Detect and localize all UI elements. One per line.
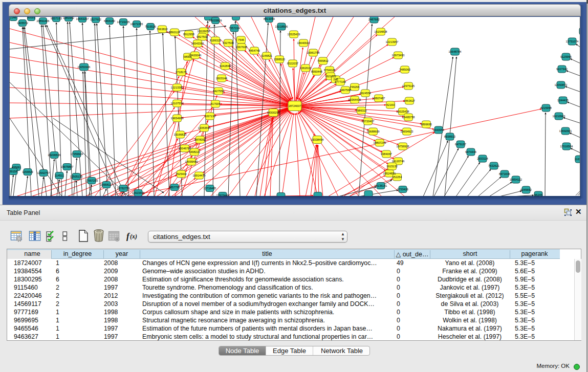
svg-text:9384067: 9384067 bbox=[381, 152, 392, 156]
svg-text:16671355: 16671355 bbox=[130, 23, 143, 26]
svg-text:7485063: 7485063 bbox=[399, 68, 410, 71]
svg-text:15720407: 15720407 bbox=[362, 120, 375, 123]
svg-text:6497568: 6497568 bbox=[340, 89, 351, 92]
svg-text:20206536: 20206536 bbox=[48, 154, 61, 157]
svg-text:8322037: 8322037 bbox=[287, 62, 298, 65]
svg-text:9245652: 9245652 bbox=[520, 188, 532, 191]
svg-text:9227342: 9227342 bbox=[556, 68, 568, 71]
svg-text:19958117: 19958117 bbox=[100, 183, 113, 186]
svg-text:9129966: 9129966 bbox=[560, 55, 572, 58]
svg-text:18300295: 18300295 bbox=[267, 111, 280, 114]
svg-text:1588520: 1588520 bbox=[274, 58, 285, 61]
svg-text:13226058: 13226058 bbox=[198, 30, 210, 33]
svg-text:13716485: 13716485 bbox=[204, 187, 216, 190]
svg-text:13692901: 13692901 bbox=[559, 129, 572, 133]
svg-text:1733426: 1733426 bbox=[397, 188, 408, 191]
svg-text:1527602: 1527602 bbox=[90, 18, 101, 21]
svg-text:17957255: 17957255 bbox=[85, 179, 98, 182]
svg-text:8990448: 8990448 bbox=[311, 70, 322, 73]
svg-text:417005: 417005 bbox=[211, 102, 221, 105]
svg-text:7955812: 7955812 bbox=[317, 59, 329, 62]
svg-text:7663822: 7663822 bbox=[157, 28, 168, 31]
svg-text:6794028: 6794028 bbox=[324, 69, 335, 72]
svg-text:9474444: 9474444 bbox=[465, 150, 476, 154]
svg-text:19218506: 19218506 bbox=[275, 25, 288, 28]
svg-text:1156829: 1156829 bbox=[22, 170, 33, 173]
svg-text:90091: 90091 bbox=[27, 17, 35, 19]
svg-text:19338454: 19338454 bbox=[311, 138, 324, 141]
svg-text:7625402: 7625402 bbox=[176, 172, 187, 176]
svg-text:14099489: 14099489 bbox=[185, 160, 198, 163]
svg-text:20053346: 20053346 bbox=[78, 65, 91, 69]
svg-text:9463627: 9463627 bbox=[404, 99, 415, 102]
svg-text:8471636: 8471636 bbox=[499, 172, 510, 176]
svg-text:14136141: 14136141 bbox=[375, 184, 387, 187]
svg-text:12923448: 12923448 bbox=[132, 191, 145, 194]
svg-text:2487682: 2487682 bbox=[368, 18, 380, 21]
svg-text:12942757: 12942757 bbox=[37, 171, 50, 174]
svg-text:18807249: 18807249 bbox=[374, 141, 386, 144]
svg-text:16640910: 16640910 bbox=[297, 41, 310, 45]
svg-text:1362615: 1362615 bbox=[300, 67, 311, 70]
svg-text:3624554: 3624554 bbox=[360, 92, 371, 95]
svg-text:15495758: 15495758 bbox=[402, 116, 415, 119]
svg-text:7632621: 7632621 bbox=[488, 164, 499, 167]
svg-text:9146821: 9146821 bbox=[261, 54, 272, 57]
svg-text:2367608: 2367608 bbox=[236, 46, 247, 49]
svg-text:7546: 7546 bbox=[238, 38, 244, 41]
svg-text:10688609: 10688609 bbox=[367, 130, 380, 133]
svg-text:10046788: 10046788 bbox=[179, 147, 191, 150]
svg-text:7986322: 7986322 bbox=[356, 109, 367, 112]
svg-text:8813054: 8813054 bbox=[264, 17, 275, 20]
svg-text:1615132: 1615132 bbox=[386, 165, 398, 168]
svg-text:8186323: 8186323 bbox=[210, 39, 221, 42]
svg-text:10025438: 10025438 bbox=[397, 110, 409, 113]
svg-text:2718179: 2718179 bbox=[176, 71, 187, 74]
svg-text:62160: 62160 bbox=[386, 103, 395, 106]
svg-text:9857791: 9857791 bbox=[169, 186, 180, 189]
svg-text:12975115: 12975115 bbox=[402, 84, 415, 87]
svg-text:10653267: 10653267 bbox=[76, 17, 89, 20]
svg-text:10807487: 10807487 bbox=[373, 97, 385, 100]
svg-text:1640954: 1640954 bbox=[433, 128, 444, 132]
svg-text:1498222: 1498222 bbox=[189, 150, 200, 154]
svg-text:14120746: 14120746 bbox=[392, 160, 405, 163]
svg-text:19654923: 19654923 bbox=[401, 130, 413, 133]
svg-text:7515526: 7515526 bbox=[145, 25, 156, 28]
svg-text:3267130: 3267130 bbox=[204, 115, 215, 118]
svg-text:435061: 435061 bbox=[12, 166, 21, 169]
svg-text:8912958: 8912958 bbox=[183, 33, 194, 36]
svg-text:1244415: 1244415 bbox=[557, 99, 569, 102]
svg-text:10719155: 10719155 bbox=[117, 20, 130, 24]
svg-text:12213957: 12213957 bbox=[386, 40, 399, 43]
svg-text:13325419: 13325419 bbox=[288, 33, 300, 36]
svg-text:8215958: 8215958 bbox=[540, 106, 552, 110]
svg-text:13751074: 13751074 bbox=[566, 40, 579, 43]
svg-text:2603144: 2603144 bbox=[216, 77, 227, 80]
svg-text:1081942: 1081942 bbox=[63, 17, 74, 19]
svg-text:20891406: 20891406 bbox=[37, 19, 50, 23]
svg-text:16154838: 16154838 bbox=[375, 30, 387, 33]
svg-text:10107554: 10107554 bbox=[171, 102, 184, 105]
svg-text:9242848: 9242848 bbox=[220, 64, 231, 68]
svg-text:114511: 114511 bbox=[55, 174, 64, 177]
svg-text:19756928: 19756928 bbox=[397, 145, 409, 148]
svg-text:16648784: 16648784 bbox=[449, 50, 462, 53]
svg-text:8454749: 8454749 bbox=[249, 49, 260, 52]
svg-text:8427552: 8427552 bbox=[213, 90, 224, 93]
svg-text:12505135: 12505135 bbox=[70, 175, 83, 178]
svg-text:16210943: 16210943 bbox=[553, 115, 565, 118]
svg-text:2933114: 2933114 bbox=[477, 157, 488, 160]
svg-text:12093872: 12093872 bbox=[555, 83, 568, 86]
svg-text:9327508: 9327508 bbox=[223, 41, 234, 45]
svg-text:16033809: 16033809 bbox=[209, 19, 222, 22]
svg-text:23420046: 23420046 bbox=[189, 54, 202, 57]
svg-text:16961758: 16961758 bbox=[307, 51, 320, 54]
svg-text:252254: 252254 bbox=[393, 176, 402, 179]
svg-text:17016504: 17016504 bbox=[560, 145, 573, 148]
svg-text:7357224: 7357224 bbox=[229, 27, 240, 30]
svg-text:(x): (x) bbox=[130, 233, 137, 240]
svg-text:16914479: 16914479 bbox=[193, 174, 206, 177]
svg-text:19654983: 19654983 bbox=[171, 117, 184, 120]
svg-text:10973493: 10973493 bbox=[392, 54, 405, 57]
